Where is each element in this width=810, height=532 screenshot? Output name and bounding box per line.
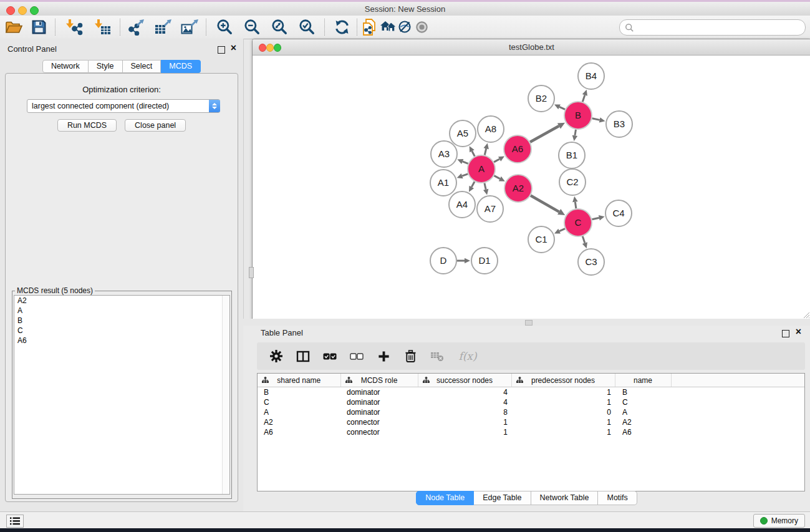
add-column-button[interactable] <box>376 348 391 364</box>
table-cell[interactable]: 1 <box>418 417 511 427</box>
tab-motifs[interactable]: Motifs <box>598 491 637 505</box>
graph-edge-C-C3[interactable] <box>582 236 587 248</box>
graph-node-B[interactable]: B <box>564 102 592 129</box>
graph-node-A6[interactable]: A6 <box>504 135 531 163</box>
column-header-MCDS-role[interactable]: MCDS role <box>340 374 418 387</box>
app-titlebar[interactable]: Session: New Session <box>0 2 810 16</box>
table-cell[interactable]: 0 <box>511 407 615 417</box>
table-cell[interactable]: dominator <box>340 387 418 398</box>
graph-edge-A2-C[interactable] <box>531 195 565 215</box>
mcds-list-item[interactable]: A2 <box>14 296 229 306</box>
zoom-in-button[interactable] <box>213 16 236 37</box>
mcds-list-item[interactable]: B <box>14 316 229 326</box>
graph-node-C2[interactable]: C2 <box>559 169 586 195</box>
float-table-panel-icon[interactable] <box>782 330 789 337</box>
run-mcds-button[interactable]: Run MCDS <box>57 119 117 132</box>
table-cell[interactable]: dominator <box>340 407 418 417</box>
graph-edge-A-A6[interactable] <box>494 157 504 162</box>
tab-mcds[interactable]: MCDS <box>161 60 201 73</box>
table-cell[interactable] <box>671 387 804 398</box>
close-panel-icon[interactable]: × <box>231 42 236 54</box>
graph-edge-B-B4[interactable] <box>582 90 587 102</box>
table-cell[interactable] <box>671 417 804 427</box>
zoom-selected-button[interactable] <box>296 16 318 37</box>
mcds-list-item[interactable]: A6 <box>14 336 229 346</box>
graph-edge-A-A2[interactable] <box>494 176 504 181</box>
table-cell[interactable]: A <box>615 407 671 417</box>
deselect-all-button[interactable] <box>349 348 364 364</box>
graph-edge-B-B2[interactable] <box>554 104 565 109</box>
tab-node-table[interactable]: Node Table <box>416 491 474 505</box>
memory-button[interactable]: Memory <box>753 514 805 528</box>
panel-edge-handle[interactable] <box>249 267 254 278</box>
graph-node-C4[interactable]: C4 <box>605 200 632 226</box>
mcds-list-item[interactable]: A <box>14 306 229 316</box>
table-cell[interactable]: 1 <box>511 417 615 427</box>
graph-edge-C-C2[interactable] <box>572 196 578 208</box>
graph-edge-A-A4[interactable] <box>469 181 475 192</box>
tab-style[interactable]: Style <box>89 60 123 73</box>
zoom-fit-button[interactable] <box>268 16 291 37</box>
table-cell[interactable]: C <box>615 397 671 407</box>
table-row[interactable]: Bdominator41B <box>258 387 804 398</box>
table-options-button[interactable] <box>269 348 284 364</box>
table-cell[interactable]: B <box>615 387 671 398</box>
select-all-button[interactable] <box>322 348 337 364</box>
save-session-button[interactable] <box>27 16 50 37</box>
table-cell[interactable]: 4 <box>418 387 511 398</box>
column-header-successor-nodes[interactable]: successor nodes <box>418 374 511 387</box>
graph-node-C1[interactable]: C1 <box>528 226 554 253</box>
graph-node-C3[interactable]: C3 <box>578 249 604 275</box>
graph-edge-B-B1[interactable] <box>572 130 577 142</box>
search-field[interactable] <box>619 19 806 36</box>
graph-edge-A-A7[interactable] <box>483 183 488 195</box>
table-row[interactable]: A2connector11A2 <box>258 417 804 427</box>
graph-node-B3[interactable]: B3 <box>606 111 632 137</box>
open-session-button[interactable] <box>2 16 25 37</box>
table-cell[interactable]: A6 <box>615 427 671 437</box>
column-header-shared-name[interactable]: shared name <box>258 374 340 387</box>
zoom-out-button[interactable] <box>241 16 263 37</box>
resize-grip-icon[interactable] <box>802 311 810 319</box>
search-input[interactable] <box>634 22 805 33</box>
table-cell[interactable]: 8 <box>418 407 511 417</box>
mcds-list-item[interactable]: C <box>14 326 229 336</box>
table-row[interactable]: Adominator80A <box>258 407 804 417</box>
export-image-button[interactable] <box>178 16 201 37</box>
table-cell[interactable]: A2 <box>615 417 671 427</box>
import-network-button[interactable] <box>62 16 85 37</box>
apply-layout-button[interactable] <box>330 16 353 37</box>
graph-edge-C-C1[interactable] <box>554 229 565 234</box>
tab-network[interactable]: Network <box>42 60 89 73</box>
show-graphics-details-button[interactable] <box>413 16 430 37</box>
export-table-button[interactable] <box>152 16 174 37</box>
show-columns-button[interactable] <box>296 348 311 364</box>
table-cell[interactable]: 1 <box>511 387 615 398</box>
graph-node-A7[interactable]: A7 <box>477 196 503 222</box>
new-network-from-selection-button[interactable] <box>360 16 378 37</box>
graph-node-D[interactable]: D <box>430 248 456 274</box>
graph-node-A8[interactable]: A8 <box>478 116 504 142</box>
delete-column-button[interactable] <box>403 348 418 364</box>
table-cell[interactable]: 1 <box>418 427 511 437</box>
export-network-button[interactable] <box>125 16 147 37</box>
graph-edge-B-B3[interactable] <box>592 117 605 122</box>
divider-handle[interactable] <box>525 320 533 326</box>
table-cell[interactable]: A6 <box>258 427 340 437</box>
graph-node-A[interactable]: A <box>468 155 495 183</box>
graph-node-B4[interactable]: B4 <box>578 63 604 89</box>
graph-edge-D-D1[interactable] <box>457 258 470 264</box>
horizontal-split-divider[interactable] <box>243 319 810 326</box>
graph-node-A2[interactable]: A2 <box>504 175 532 202</box>
table-cell[interactable]: A2 <box>258 417 340 427</box>
tab-edge-table[interactable]: Edge Table <box>474 491 531 505</box>
close-table-panel-icon[interactable]: × <box>796 326 801 338</box>
table-cell[interactable]: 1 <box>511 427 615 437</box>
hide-graphics-details-button[interactable] <box>396 16 413 37</box>
graph-edge-A-A5[interactable] <box>470 146 475 156</box>
float-panel-icon[interactable] <box>218 46 225 54</box>
table-cell[interactable]: connector <box>340 417 418 427</box>
show-task-history-button[interactable] <box>6 515 24 528</box>
tab-network-table[interactable]: Network Table <box>531 491 599 505</box>
graph-node-A1[interactable]: A1 <box>430 170 456 196</box>
